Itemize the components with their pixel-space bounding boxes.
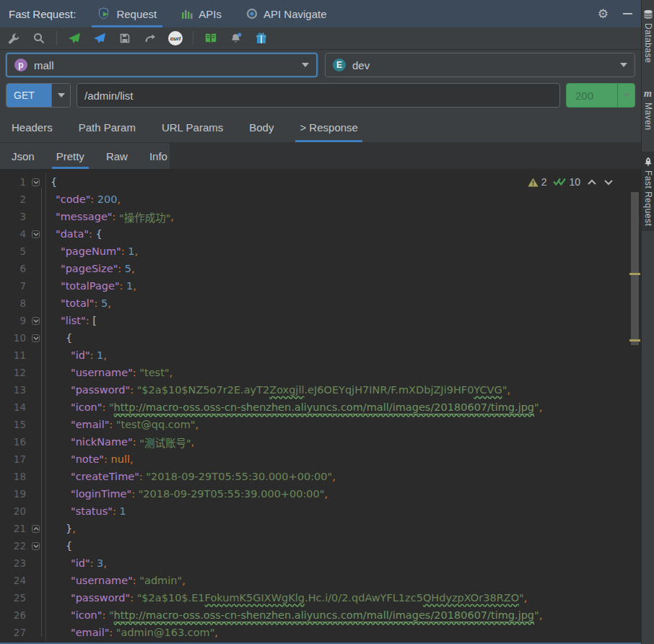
code-line[interactable]: 3"message": "操作成功", (0, 208, 641, 225)
tool-window-button-fast-request[interactable]: Fast Request (642, 152, 654, 231)
code-line[interactable]: 8"total": 5, (0, 295, 641, 312)
tab-path-param[interactable]: Path Param (79, 121, 136, 142)
fold-collapse-marker[interactable] (32, 317, 40, 325)
code-line[interactable]: 2"code": 200, (0, 191, 641, 208)
prev-issue-chevron-icon[interactable] (587, 179, 597, 186)
url-link[interactable]: http://macro-oss.oss-cn-shenzhen.aliyunc… (114, 401, 535, 413)
code-text: "password": "$2a$10$.E1FokumK5GIXWgKlg.H… (45, 589, 641, 606)
environment-select[interactable]: E dev (325, 53, 635, 77)
toolbar-bell-button[interactable] (228, 30, 244, 46)
database-icon (643, 9, 653, 19)
token-k: "loginTime" (71, 488, 131, 500)
error-stripe-mark[interactable] (629, 273, 640, 275)
minimize-icon[interactable] (623, 13, 632, 14)
code-line[interactable]: 23"id": 3, (0, 554, 641, 572)
token-c: : (121, 245, 128, 257)
error-stripe-mark[interactable] (629, 339, 640, 341)
code-line[interactable]: 15"email": "test@qq.com", (0, 416, 641, 433)
url-link[interactable]: http://macro-oss.oss-cn-shenzhen.aliyunc… (114, 609, 535, 621)
warnings-badge[interactable]: 2 (528, 176, 547, 188)
url-text: http://macro-oss.oss-cn-shenzhen.aliyunc… (114, 401, 535, 413)
view-tab-info[interactable]: Info (149, 150, 167, 169)
status-code-select[interactable]: 200 (566, 83, 635, 108)
code-line[interactable]: 20"status": 1 (0, 502, 641, 520)
project-select[interactable]: p mall (6, 53, 318, 77)
token-c: : (120, 280, 127, 292)
title-tab-request[interactable]: Request (97, 0, 157, 27)
toolbar-curl-button[interactable]: curl (167, 30, 183, 46)
tool-window-label: Fast Request (643, 170, 653, 226)
scrollbar-thumb[interactable] (631, 192, 639, 345)
tab-headers[interactable]: Headers (12, 121, 53, 142)
view-tab-pretty[interactable]: Pretty (56, 150, 84, 169)
toolbar-send-green-button[interactable] (66, 30, 82, 46)
code-line[interactable]: 4"data": { (0, 225, 641, 243)
code-line[interactable]: 25"password": "$2a$10$.E1FokumK5GIXWgKlg… (0, 589, 641, 606)
toolbar-wrench-button[interactable] (6, 30, 22, 46)
token-c: , (214, 627, 218, 638)
code-text: "code": 200, (45, 191, 641, 208)
token-s: "2018-09-29T05:55:30.000+00:00" (146, 471, 332, 482)
tab-url-params[interactable]: URL Params (162, 121, 223, 142)
gutter-fold-column (26, 230, 45, 238)
title-tab-apis[interactable]: APIs (181, 0, 222, 27)
code-line[interactable]: 11"id": 1, (0, 347, 641, 364)
toolbar-send-blue-button[interactable] (92, 30, 108, 46)
code-line[interactable]: 12"username": "test", (0, 364, 641, 381)
toolbar-search-button[interactable] (31, 30, 47, 46)
fold-end-marker[interactable] (32, 525, 40, 533)
code-line[interactable]: 21}, (0, 520, 641, 537)
code-line[interactable]: 9"list": [ (0, 312, 641, 329)
view-tab-json[interactable]: Json (12, 150, 35, 169)
settings-gear-icon[interactable]: ⚙ (598, 8, 609, 20)
view-tab-raw[interactable]: Raw (106, 150, 128, 169)
method-select[interactable]: GET (6, 83, 71, 108)
tab-response[interactable]: > Response (300, 121, 357, 142)
code-line[interactable]: 24"username": "admin", (0, 572, 641, 589)
fold-collapse-marker[interactable] (32, 334, 40, 342)
code-line[interactable]: 7"totalPage": 1, (0, 277, 641, 295)
token-s: "test@qq.com" (116, 419, 196, 430)
toolbar-save-button[interactable] (117, 30, 133, 46)
token-k: "id" (71, 349, 90, 361)
code-line[interactable]: 17"note": null, (0, 451, 641, 468)
code-line[interactable]: 14"icon": "http://macro-oss.oss-cn-shenz… (0, 399, 641, 416)
method-chevron[interactable] (51, 84, 70, 107)
passed-badge[interactable]: 10 (553, 176, 580, 188)
next-issue-chevron-icon[interactable] (603, 179, 614, 186)
line-number: 18 (0, 471, 26, 482)
tab-body[interactable]: Body (249, 121, 274, 142)
save-icon (119, 32, 131, 44)
code-line[interactable]: 18"createTime": "2018-09-29T05:55:30.000… (0, 468, 641, 485)
code-line[interactable]: 22{ (0, 537, 641, 554)
token-t: YCVG (474, 384, 502, 396)
toolbar-gift-button[interactable] (253, 30, 269, 46)
tool-window-button-maven[interactable]: mMaven (642, 84, 654, 136)
code-line[interactable]: 19"loginTime": "2018-09-29T05:55:39.000+… (0, 485, 641, 502)
title-tab-api-navigate[interactable]: API Navigate (246, 0, 327, 27)
code-line[interactable]: 26"icon": "http://macro-oss.oss-cn-shenz… (0, 606, 641, 624)
line-number: 27 (0, 627, 26, 638)
code-line[interactable]: 27"email": "admin@163.com", (0, 624, 641, 641)
token-k: "username" (71, 367, 133, 378)
code-line[interactable]: 5"pageNum": 1, (0, 243, 641, 260)
code-line[interactable]: 10{ (0, 329, 641, 347)
toolbar-redo-button[interactable] (142, 30, 158, 46)
code-line[interactable]: 13"password": "$2a$10$NZ5o7r2E.ayT2Zoxgj… (0, 381, 641, 399)
response-editor[interactable]: 1{2"code": 200,3"message": "操作成功",4"data… (0, 169, 641, 643)
tool-window-button-database[interactable]: Database (642, 4, 654, 68)
toolbar-book-button[interactable] (203, 30, 219, 46)
token-k: "message" (56, 211, 113, 222)
code-text: { (45, 329, 641, 347)
token-n: 5 (101, 297, 108, 309)
status-chevron[interactable] (617, 84, 635, 107)
url-input[interactable]: /admin/list (77, 83, 560, 108)
token-c: : (133, 436, 140, 448)
fold-collapse-marker[interactable] (32, 542, 40, 550)
token-c: , (130, 453, 134, 465)
code-line[interactable]: 16"nickName": "测试账号", (0, 433, 641, 451)
token-p: } (66, 523, 72, 534)
fold-collapse-marker[interactable] (32, 230, 40, 238)
code-line[interactable]: 6"pageSize": 5, (0, 260, 641, 277)
fold-collapse-marker[interactable] (32, 178, 40, 186)
